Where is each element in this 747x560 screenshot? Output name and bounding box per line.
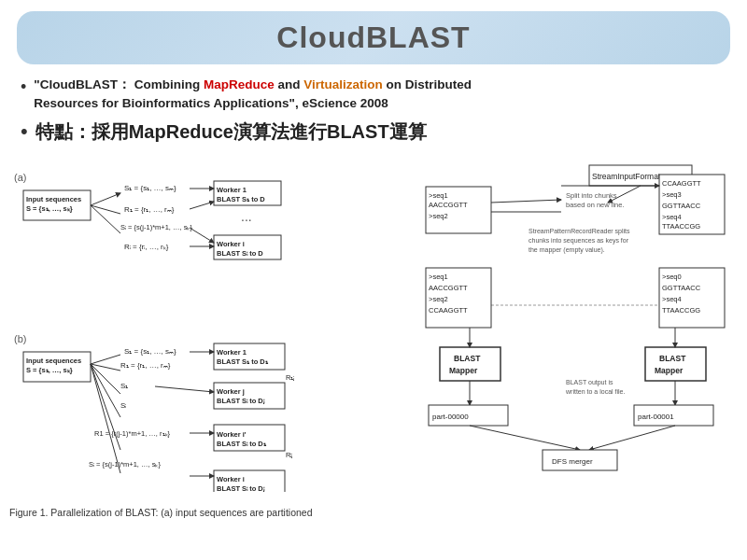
svg-text:written to a local file.: written to a local file.: [565, 388, 625, 395]
svg-text:S = {s₁, …, sₖ}: S = {s₁, …, sₖ}: [26, 204, 73, 213]
svg-text:BLAST Sᵢ to D₁: BLAST Sᵢ to D₁: [217, 440, 267, 448]
svg-text:Input sequences: Input sequences: [26, 357, 81, 365]
svg-text:TTAACCGG: TTAACCGG: [662, 306, 700, 315]
svg-text:BLAST Sᵢ to Dⱼ: BLAST Sᵢ to Dⱼ: [217, 397, 265, 405]
svg-text:S₁ = {s₁, …, sₘ}: S₁ = {s₁, …, sₘ}: [124, 347, 176, 356]
svg-text:the mapper (empty value).: the mapper (empty value).: [529, 246, 605, 254]
svg-text:based on new line.: based on new line.: [566, 201, 625, 209]
svg-line-102: [470, 426, 580, 450]
svg-text:BLAST Sᵢ to D: BLAST Sᵢ to D: [217, 249, 263, 258]
svg-text:Sᵢ = {s(j-1)*m+1, …, sₖ}: Sᵢ = {s(j-1)*m+1, …, sₖ}: [120, 223, 192, 231]
svg-text:TTAACCGG: TTAACCGG: [662, 222, 700, 231]
svg-text:R1 = {r(j-1)*m+1, …, r₁ₖ}: R1 = {r(j-1)*m+1, …, r₁ₖ}: [94, 429, 171, 438]
svg-line-13: [190, 202, 214, 209]
page-title: CloudBLAST: [35, 21, 712, 55]
bullet-2: • 特點：採用MapReduce演算法進行BLAST運算: [21, 119, 726, 145]
bullet-text-1: "CloudBLAST： Combining MapReduce and Vir…: [34, 76, 472, 114]
svg-text:part-00001: part-00001: [638, 413, 674, 421]
svg-text:StreamInputFormat: StreamInputFormat: [592, 172, 661, 181]
svg-text:Input sequences: Input sequences: [26, 195, 81, 203]
svg-text:GGTTAACC: GGTTAACC: [662, 284, 701, 292]
svg-line-4: [91, 193, 120, 205]
svg-text:...: ...: [241, 209, 252, 224]
svg-text:Worker i: Worker i: [217, 240, 245, 248]
svg-text:Worker 1: Worker 1: [217, 348, 247, 357]
svg-text:>seq3: >seq3: [662, 190, 682, 199]
diagram-area: (a) Input sequences S = {s₁, …, sₖ} S₁ =…: [9, 160, 738, 505]
svg-text:StreamPatternRecordReader spli: StreamPatternRecordReader splits: [529, 228, 630, 235]
svg-text:>seq0: >seq0: [662, 273, 682, 281]
svg-text:>seq1: >seq1: [429, 191, 448, 200]
svg-text:>seq2: >seq2: [429, 212, 448, 220]
svg-rect-89: [645, 347, 706, 381]
svg-text:S₁: S₁: [120, 382, 128, 390]
svg-text:chunks into sequences as keys : chunks into sequences as keys for: [529, 237, 629, 245]
svg-text:>seq2: >seq2: [429, 295, 448, 303]
svg-text:(b): (b): [14, 333, 26, 344]
svg-line-26: [91, 355, 120, 364]
svg-text:Mapper: Mapper: [449, 366, 478, 375]
bullet-1: • "CloudBLAST： Combining MapReduce and V…: [21, 76, 726, 114]
svg-text:Worker 1: Worker 1: [217, 186, 247, 194]
diagram-left: (a) Input sequences S = {s₁, …, sₖ} S₁ =…: [9, 160, 411, 505]
svg-text:Sᵢ: Sᵢ: [120, 401, 126, 410]
svg-line-70: [491, 200, 561, 203]
svg-text:Worker i: Worker i: [217, 475, 245, 483]
svg-line-27: [91, 364, 120, 371]
svg-text:(a): (a): [14, 172, 26, 183]
svg-text:R₁ = {r₁, …, rₘ}: R₁ = {r₁, …, rₘ}: [124, 205, 175, 214]
svg-text:BLAST Sᵢ to Dⱼ: BLAST Sᵢ to Dⱼ: [217, 484, 265, 492]
content-area: • "CloudBLAST： Combining MapReduce and V…: [0, 72, 747, 156]
svg-text:CCAAGGTT: CCAAGGTT: [429, 306, 468, 315]
figure-caption: Figure 1. Parallelization of BLAST: (a) …: [0, 507, 747, 518]
svg-text:>seq4: >seq4: [662, 213, 682, 221]
svg-line-19: [190, 228, 214, 243]
svg-text:CCAAGGTT: CCAAGGTT: [662, 179, 701, 188]
svg-text:AACCGGTT: AACCGGTT: [429, 201, 468, 209]
svg-text:Rᵢ = {rᵢ, …, rₖ}: Rᵢ = {rᵢ, …, rₖ}: [124, 243, 169, 251]
svg-text:Mapper: Mapper: [655, 366, 684, 375]
diagram-right: StreamInputFormat Split into chunks base…: [420, 160, 738, 505]
svg-text:>seq1: >seq1: [429, 273, 448, 281]
svg-text:BLAST: BLAST: [454, 354, 481, 363]
bullet-dot-2: •: [21, 119, 28, 144]
svg-line-43: [155, 386, 214, 392]
svg-text:S = {s₁, …, sₖ}: S = {s₁, …, sₖ}: [26, 366, 73, 374]
svg-text:>seq4: >seq4: [662, 295, 682, 303]
bullet-text-2: 特點：採用MapReduce演算法進行BLAST運算: [35, 119, 427, 145]
header: CloudBLAST: [17, 11, 730, 64]
svg-text:Sᵢ = {s(j-1)*m+1, …, sₖ}: Sᵢ = {s(j-1)*m+1, …, sₖ}: [89, 460, 161, 469]
svg-text:AACCGGTT: AACCGGTT: [429, 284, 468, 292]
svg-line-103: [589, 426, 675, 450]
svg-text:S₁ = {s₁, …, sₘ}: S₁ = {s₁, …, sₘ}: [124, 184, 176, 192]
svg-text:Worker i': Worker i': [217, 430, 247, 439]
svg-text:BLAST output is: BLAST output is: [566, 379, 613, 386]
svg-text:DFS merger: DFS merger: [552, 457, 593, 466]
svg-line-31: [91, 364, 120, 473]
svg-line-29: [91, 364, 120, 417]
svg-text:BLAST: BLAST: [659, 354, 686, 363]
svg-text:Worker j: Worker j: [217, 387, 245, 396]
svg-text:BLAST S₁ to D₁: BLAST S₁ to D₁: [217, 357, 269, 366]
bullet-dot-1: •: [21, 77, 26, 97]
svg-text:GGTTAACC: GGTTAACC: [662, 202, 701, 210]
svg-text:R₁ⱼ: R₁ⱼ: [286, 373, 294, 382]
svg-text:Split into chunks: Split into chunks: [566, 191, 617, 200]
svg-text:BLAST S₁ to D: BLAST S₁ to D: [217, 195, 265, 203]
svg-text:part-00000: part-00000: [432, 413, 469, 421]
svg-text:R₁ = {r₁, …, rₘ}: R₁ = {r₁, …, rₘ}: [120, 361, 171, 370]
svg-text:Rᵢⱼ: Rᵢⱼ: [286, 451, 292, 459]
svg-rect-86: [440, 347, 500, 381]
